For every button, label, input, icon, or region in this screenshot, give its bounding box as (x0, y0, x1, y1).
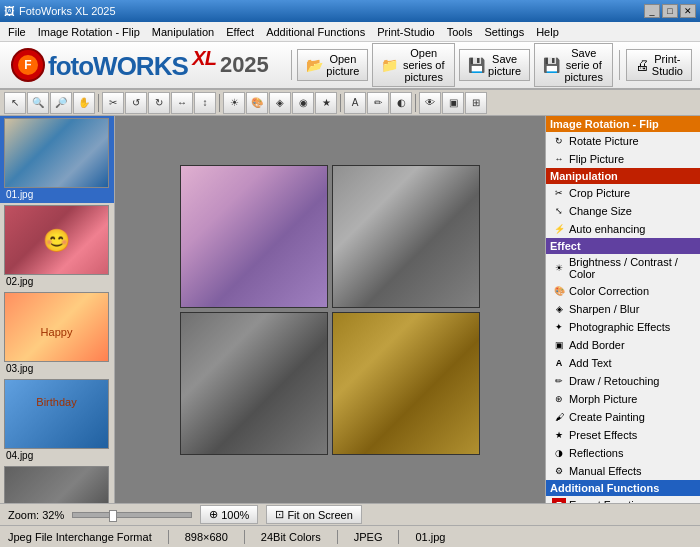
thumbnail-item-3[interactable]: HappyBirthday 03.jpg (0, 290, 114, 377)
panel-item-manual-effects[interactable]: ⚙ Manual Effects (546, 462, 700, 480)
menu-bar: File Image Rotation - Flip Manipulation … (0, 22, 700, 42)
logo-area: F fotoWORKS XL 2025 (8, 45, 269, 85)
tool-rotate-left[interactable]: ↺ (125, 92, 147, 114)
panel-item-crop[interactable]: ✂ Crop Picture (546, 184, 700, 202)
thumbnail-label-2: 02.jpg (4, 275, 110, 288)
panel-item-add-text[interactable]: A Add Text (546, 354, 700, 372)
menu-print-studio[interactable]: Print-Studio (371, 24, 440, 40)
fit-on-screen-button[interactable]: ⊡ Fit on Screen (266, 505, 361, 524)
tool-draw[interactable]: ✏ (367, 92, 389, 114)
panel-item-rotate-picture[interactable]: ↻ Rotate Picture (546, 132, 700, 150)
menu-settings[interactable]: Settings (478, 24, 530, 40)
print-studio-button[interactable]: 🖨 Print-Studio (626, 49, 692, 81)
tool-text[interactable]: A (344, 92, 366, 114)
thumbnail-image-1 (4, 118, 109, 188)
panel-item-auto-enhance[interactable]: ⚡ Auto enhancing (546, 220, 700, 238)
sharpen-blur-icon: ◈ (552, 302, 566, 316)
tool-blur[interactable]: ◉ (292, 92, 314, 114)
panel-item-brightness[interactable]: ☀ Brightness / Contrast / Color (546, 254, 700, 282)
folder-open-icon: 📂 (306, 57, 323, 73)
tool-collage[interactable]: ⊞ (465, 92, 487, 114)
tool-move[interactable]: ✋ (73, 92, 95, 114)
menu-additional-functions[interactable]: Additional Functions (260, 24, 371, 40)
panel-item-preset-effects[interactable]: ★ Preset Effects (546, 426, 700, 444)
open-series-button[interactable]: 📁 Open series of pictures (372, 43, 455, 87)
thumbnail-item-2[interactable]: 😊 02.jpg (0, 203, 114, 290)
thumbnail-item-5[interactable]: 05.jpg (0, 464, 114, 503)
morph-icon: ⊛ (552, 392, 566, 406)
tool-color[interactable]: 🎨 (246, 92, 268, 114)
fit-label: Fit on Screen (287, 509, 352, 521)
section-header-effect: Effect (546, 238, 700, 254)
logo-year: 2025 (220, 52, 269, 78)
collage-cell-2 (332, 165, 480, 308)
save-series-button[interactable]: 💾 Save serie of pictures (534, 43, 613, 87)
collage-cell-4 (332, 312, 480, 455)
panel-item-reflections[interactable]: ◑ Reflections (546, 444, 700, 462)
zoom-slider-thumb[interactable] (109, 510, 117, 522)
tool-bar: ↖ 🔍 🔎 ✋ ✂ ↺ ↻ ↔ ↕ ☀ 🎨 ◈ ◉ ★ A ✏ ◐ 👁 ▣ ⊞ (0, 90, 700, 116)
zoom-icon: ⊕ (209, 508, 218, 521)
zoom-slider[interactable] (72, 512, 192, 518)
tool-retouch[interactable]: ◐ (390, 92, 412, 114)
menu-file[interactable]: File (2, 24, 32, 40)
auto-enhance-icon: ⚡ (552, 222, 566, 236)
tool-border[interactable]: ▣ (442, 92, 464, 114)
thumbnail-panel: 01.jpg 😊 02.jpg HappyBirthday 03.jpg 04.… (0, 116, 115, 503)
tool-rotate-right[interactable]: ↻ (148, 92, 170, 114)
maximize-button[interactable]: □ (662, 4, 678, 18)
open-series-label: Open series of pictures (401, 47, 446, 83)
save-picture-label: Save picture (488, 53, 521, 77)
tool-pointer[interactable]: ↖ (4, 92, 26, 114)
minimize-button[interactable]: _ (644, 4, 660, 18)
panel-item-photo-effects[interactable]: ✦ Photographic Effects (546, 318, 700, 336)
menu-effect[interactable]: Effect (220, 24, 260, 40)
menu-image-rotation[interactable]: Image Rotation - Flip (32, 24, 146, 40)
panel-item-expert[interactable]: E Expert Functions (546, 496, 700, 503)
save-series-label: Save serie of pictures (563, 47, 604, 83)
panel-item-draw-retouch[interactable]: ✏ Draw / Retouching (546, 372, 700, 390)
title-bar: 🖼 FotoWorks XL 2025 _ □ ✕ (0, 0, 700, 22)
title-bar-text: 🖼 FotoWorks XL 2025 (4, 5, 116, 17)
tool-brightness[interactable]: ☀ (223, 92, 245, 114)
logo-bar: F fotoWORKS XL 2025 📂 Open picture 📁 Ope… (0, 42, 700, 90)
tool-crop[interactable]: ✂ (102, 92, 124, 114)
panel-item-color-correction[interactable]: 🎨 Color Correction (546, 282, 700, 300)
panel-item-painting[interactable]: 🖌 Create Painting (546, 408, 700, 426)
panel-item-change-size[interactable]: ⤡ Change Size (546, 202, 700, 220)
zoom-100-button[interactable]: ⊕ 100% (200, 505, 258, 524)
menu-manipulation[interactable]: Manipulation (146, 24, 220, 40)
sharpen-blur-label: Sharpen / Blur (569, 303, 639, 315)
title-icon: 🖼 (4, 5, 15, 17)
status-bar: Jpeg File Interchange Format 898×680 24B… (0, 525, 700, 547)
tool-sharpen[interactable]: ◈ (269, 92, 291, 114)
menu-help[interactable]: Help (530, 24, 565, 40)
tool-flip-h[interactable]: ↔ (171, 92, 193, 114)
collage-cell-1 (180, 165, 328, 308)
title-text: FotoWorks XL 2025 (19, 5, 116, 17)
section-header-rotation: Image Rotation - Flip (546, 116, 700, 132)
zoom-bar: Zoom: 32% ⊕ 100% ⊡ Fit on Screen (0, 503, 700, 525)
save-picture-button[interactable]: 💾 Save picture (459, 49, 530, 81)
tool-zoom-in[interactable]: 🔍 (27, 92, 49, 114)
tool-red-eye[interactable]: 👁 (419, 92, 441, 114)
add-text-label: Add Text (569, 357, 612, 369)
tool-flip-v[interactable]: ↕ (194, 92, 216, 114)
brightness-label: Brightness / Contrast / Color (569, 256, 694, 280)
tool-zoom-out[interactable]: 🔎 (50, 92, 72, 114)
menu-tools[interactable]: Tools (441, 24, 479, 40)
panel-item-morph[interactable]: ⊛ Morph Picture (546, 390, 700, 408)
photo-effects-icon: ✦ (552, 320, 566, 334)
open-picture-button[interactable]: 📂 Open picture (297, 49, 368, 81)
panel-item-sharpen-blur[interactable]: ◈ Sharpen / Blur (546, 300, 700, 318)
panel-item-flip-picture[interactable]: ↔ Flip Picture (546, 150, 700, 168)
panel-item-add-border[interactable]: ▣ Add Border (546, 336, 700, 354)
brightness-icon: ☀ (552, 261, 566, 275)
section-header-additional: Additional Functions (546, 480, 700, 496)
close-button[interactable]: ✕ (680, 4, 696, 18)
photo-effects-label: Photographic Effects (569, 321, 670, 333)
status-format: Jpeg File Interchange Format (8, 531, 152, 543)
thumbnail-item-1[interactable]: 01.jpg (0, 116, 114, 203)
tool-effects[interactable]: ★ (315, 92, 337, 114)
rotate-picture-label: Rotate Picture (569, 135, 639, 147)
